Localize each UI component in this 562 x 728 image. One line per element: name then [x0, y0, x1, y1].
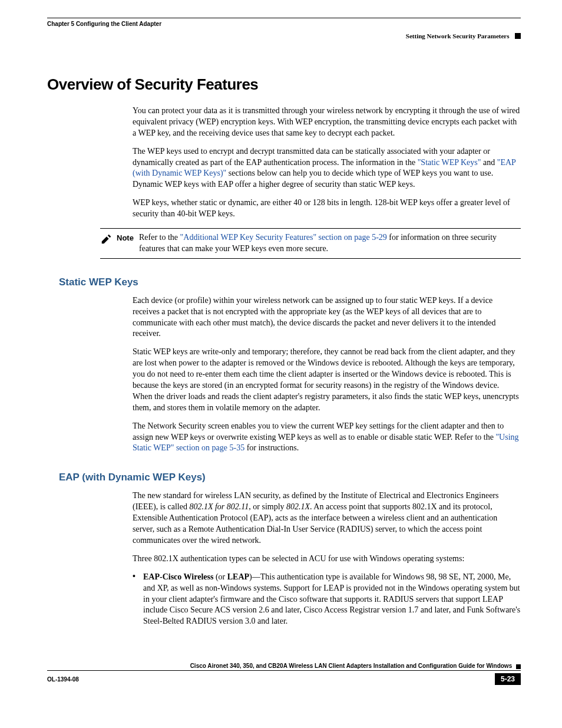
- header-marker-icon: [515, 33, 521, 39]
- page-number: 5-23: [495, 673, 521, 685]
- page-footer: Cisco Aironet 340, 350, and CB20A Wirele…: [47, 663, 521, 685]
- intro-p1: You can protect your data as it is trans…: [133, 106, 521, 139]
- static-p2: Static WEP keys are write-only and tempo…: [133, 347, 521, 413]
- intro-p3: WEP keys, whether static or dynamic, are…: [133, 197, 521, 220]
- bullet-leap: • EAP-Cisco Wireless (or LEAP)—This auth…: [133, 572, 521, 627]
- bullet-icon: •: [133, 572, 143, 627]
- chapter-label: Chapter 5 Configuring the Client Adapter: [47, 21, 161, 27]
- footer-doc-id: OL-1394-08: [47, 676, 79, 683]
- static-p3: The Network Security screen enables you …: [133, 421, 521, 454]
- heading-static-wep: Static WEP Keys: [59, 276, 521, 288]
- link-additional-wep[interactable]: "Additional WEP Key Security Features" s…: [180, 233, 387, 242]
- footer-marker-icon: [516, 664, 521, 669]
- page-title: Overview of Security Features: [47, 75, 521, 94]
- note-label: Note: [117, 232, 139, 242]
- eap-p1: The new standard for wireless LAN securi…: [133, 490, 521, 546]
- footer-guide-title: Cisco Aironet 340, 350, and CB20A Wirele…: [190, 663, 513, 669]
- page-header: Chapter 5 Configuring the Client Adapter: [47, 21, 521, 27]
- heading-eap: EAP (with Dynamic WEP Keys): [59, 472, 521, 483]
- eap-p2: Three 802.1X authentication types can be…: [133, 554, 521, 565]
- section-label: Setting Network Security Parameters: [406, 32, 510, 39]
- intro-block: You can protect your data as it is trans…: [133, 106, 521, 220]
- note-pencil-icon: [100, 232, 117, 247]
- note-text: Refer to the "Additional WEP Key Securit…: [139, 232, 521, 255]
- note-block: Note Refer to the "Additional WEP Key Se…: [100, 228, 521, 259]
- intro-p2: The WEP keys used to encrypt and decrypt…: [133, 146, 521, 191]
- static-p1: Each device (or profile) within your wir…: [133, 295, 521, 340]
- static-block: Each device (or profile) within your wir…: [133, 295, 521, 454]
- eap-block: The new standard for wireless LAN securi…: [133, 490, 521, 564]
- link-static-wep[interactable]: "Static WEP Keys": [418, 158, 481, 167]
